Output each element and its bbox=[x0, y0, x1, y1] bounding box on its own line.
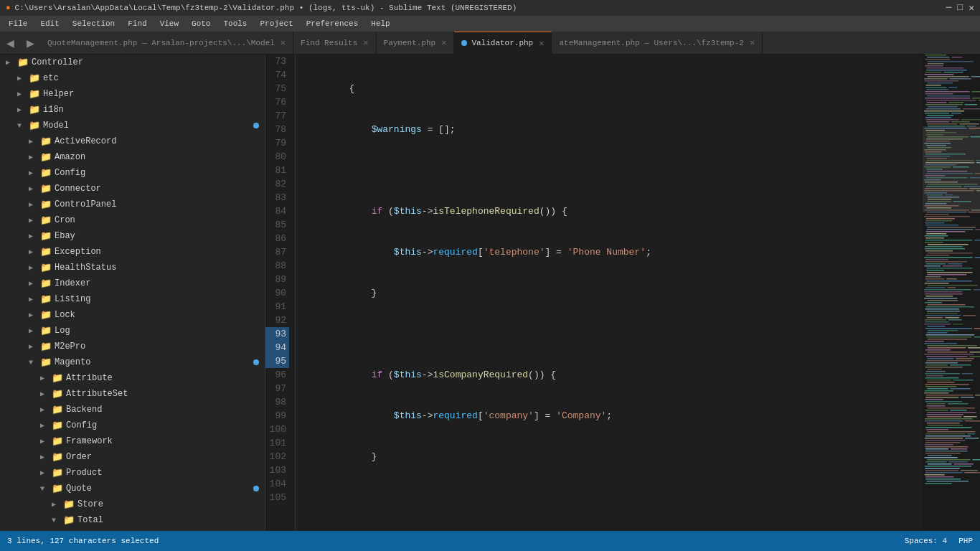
tab-quotemanagement[interactable]: QuoteManagement.php — Arsalan-projects\.… bbox=[40, 32, 293, 54]
minimap[interactable] bbox=[923, 55, 980, 531]
sidebar-item-total[interactable]: ▼ 📁 Total bbox=[0, 512, 265, 528]
line-num: 96 bbox=[265, 368, 289, 382]
folder-icon: 📁 bbox=[40, 357, 52, 368]
folder-icon: 📁 bbox=[29, 120, 40, 131]
menu-edit[interactable]: Edit bbox=[34, 18, 65, 29]
close-button[interactable]: ✕ bbox=[969, 2, 974, 14]
sidebar-item-lock[interactable]: ▶ 📁 Lock bbox=[0, 307, 265, 323]
app-icon: ● bbox=[6, 4, 11, 12]
sidebar-item-framework[interactable]: ▶ 📁 Framework bbox=[0, 433, 265, 449]
sidebar-item-log[interactable]: ▶ 📁 Log bbox=[0, 323, 265, 339]
code-line-80: if ($this->isCompanyRequired()) { bbox=[304, 368, 923, 382]
tab-label: QuoteManagement.php — Arsalan-projects\.… bbox=[47, 39, 275, 47]
folder-icon: 📁 bbox=[40, 309, 52, 321]
folder-icon: 📁 bbox=[40, 278, 52, 289]
line-num: 77 bbox=[265, 109, 289, 123]
menu-file[interactable]: File bbox=[3, 18, 33, 29]
sidebar-item-order[interactable]: ▶ 📁 Order bbox=[0, 449, 265, 465]
folder-icon: 📁 bbox=[29, 104, 40, 116]
tab-close-qm[interactable]: ✕ bbox=[281, 37, 286, 48]
arrow-icon: ▶ bbox=[40, 453, 52, 461]
tab-close-pay[interactable]: ✕ bbox=[441, 37, 446, 48]
sidebar-item-helper[interactable]: ▶ 📁 Helper bbox=[0, 86, 265, 102]
sidebar-item-ebay[interactable]: ▶ 📁 Ebay bbox=[0, 228, 265, 244]
tab-close-fr[interactable]: ✕ bbox=[363, 37, 368, 48]
sidebar-item-model[interactable]: ▼ 📁 Model bbox=[0, 118, 265, 133]
sidebar-item-store[interactable]: ▶ 📁 Store bbox=[0, 496, 265, 512]
window-controls: ─ □ ✕ bbox=[946, 2, 974, 14]
sidebar-item-product[interactable]: ▶ 📁 Product bbox=[0, 465, 265, 481]
sidebar-item-label: Controller bbox=[32, 57, 83, 67]
sidebar-item-healthstatus[interactable]: ▶ 📁 HealthStatus bbox=[0, 260, 265, 276]
sidebar-item-config[interactable]: ▶ 📁 Config bbox=[0, 165, 265, 181]
sidebar-item-label: Config bbox=[66, 420, 97, 430]
line-num: 90 bbox=[265, 286, 289, 300]
tab-findresults[interactable]: Find Results ✕ bbox=[293, 32, 376, 54]
menu-project[interactable]: Project bbox=[254, 18, 298, 29]
folder-icon: 📁 bbox=[52, 467, 63, 479]
menu-tools[interactable]: Tools bbox=[217, 18, 253, 29]
arrow-icon: ▶ bbox=[52, 500, 63, 509]
sidebar-item-etc[interactable]: ▶ 📁 etc bbox=[0, 70, 265, 86]
sidebar-item-cron[interactable]: ▶ 📁 Cron bbox=[0, 212, 265, 228]
window-title: C:\Users\Arsalan\AppData\Local\Temp\fz3t… bbox=[15, 4, 517, 12]
sidebar-item-quote[interactable]: ▼ 📁 Quote bbox=[0, 481, 265, 496]
minimize-button[interactable]: ─ bbox=[946, 2, 952, 14]
sidebar: ▶ 📁 Controller ▶ 📁 etc ▶ 📁 Helper ▶ 📁 i1… bbox=[0, 55, 265, 531]
sidebar-item-controlpanel[interactable]: ▶ 📁 ControlPanel bbox=[0, 197, 265, 212]
line-num: 76 bbox=[265, 95, 289, 109]
sidebar-item-label: Listing bbox=[55, 294, 90, 304]
line-num: 93 bbox=[265, 327, 289, 341]
tab-payment[interactable]: Payment.php ✕ bbox=[377, 32, 455, 54]
tab-close-val[interactable]: ✕ bbox=[539, 38, 544, 49]
tab-atemanagement[interactable]: ateManagement.php — Users\...\fz3temp-2 … bbox=[552, 32, 763, 54]
sidebar-item-controller[interactable]: ▶ 📁 Controller bbox=[0, 55, 265, 70]
status-left: 3 lines, 127 characters selected bbox=[7, 537, 159, 545]
modified-indicator bbox=[253, 486, 259, 491]
line-num: 97 bbox=[265, 382, 289, 395]
line-numbers: 73 74 75 76 77 78 79 80 81 82 83 84 85 8… bbox=[265, 55, 296, 531]
sidebar-item-label: Log bbox=[55, 326, 70, 336]
sidebar-item-listing[interactable]: ▶ 📁 Listing bbox=[0, 291, 265, 307]
arrow-icon: ▶ bbox=[17, 74, 29, 83]
sidebar-item-activerecord[interactable]: ▶ 📁 ActiveRecord bbox=[0, 133, 265, 149]
tab-close-am[interactable]: ✕ bbox=[750, 37, 755, 48]
title-left: ● C:\Users\Arsalan\AppData\Local\Temp\fz… bbox=[6, 4, 517, 12]
menu-view[interactable]: View bbox=[154, 18, 184, 29]
line-num: 84 bbox=[265, 204, 289, 218]
sidebar-item-label: Magento bbox=[55, 357, 90, 367]
sidebar-item-config2[interactable]: ▶ 📁 Config bbox=[0, 418, 265, 433]
folder-icon: 📁 bbox=[52, 483, 63, 494]
folder-icon: 📁 bbox=[52, 372, 63, 384]
sidebar-item-i18n[interactable]: ▶ 📁 i18n bbox=[0, 102, 265, 118]
sidebar-item-attributeset[interactable]: ▶ 📁 AttributeSet bbox=[0, 386, 265, 402]
menu-goto[interactable]: Goto bbox=[186, 18, 216, 29]
tab-label: Payment.php bbox=[384, 39, 436, 47]
sidebar-item-magento[interactable]: ▼ 📁 Magento bbox=[0, 354, 265, 370]
tab-validator[interactable]: Validator.php ✕ bbox=[454, 32, 552, 54]
menu-preferences[interactable]: Preferences bbox=[301, 18, 364, 29]
line-num: 87 bbox=[265, 245, 289, 259]
sidebar-item-label: Amazon bbox=[55, 152, 85, 162]
sidebar-item-attribute[interactable]: ▶ 📁 Attribute bbox=[0, 370, 265, 386]
maximize-button[interactable]: □ bbox=[957, 2, 963, 14]
code-line-82: } bbox=[304, 450, 923, 463]
code-line-79 bbox=[304, 327, 923, 341]
sidebar-item-backend[interactable]: ▶ 📁 Backend bbox=[0, 402, 265, 418]
sidebar-item-exception[interactable]: ▶ 📁 Exception bbox=[0, 244, 265, 260]
menu-help[interactable]: Help bbox=[365, 18, 395, 29]
sidebar-item-connector[interactable]: ▶ 📁 Connector bbox=[0, 181, 265, 197]
tab-nav-left[interactable]: ◀ bbox=[0, 32, 20, 54]
tab-nav-right[interactable]: ▶ bbox=[20, 32, 40, 54]
menu-find[interactable]: Find bbox=[122, 18, 152, 29]
code-editor[interactable]: 73 74 75 76 77 78 79 80 81 82 83 84 85 8… bbox=[265, 55, 923, 531]
menu-selection[interactable]: Selection bbox=[67, 18, 121, 29]
line-num: 92 bbox=[265, 314, 289, 327]
sidebar-item-m2epro[interactable]: ▶ 📁 M2ePro bbox=[0, 339, 265, 354]
sidebar-item-amazon[interactable]: ▶ 📁 Amazon bbox=[0, 149, 265, 165]
arrow-icon: ▼ bbox=[17, 122, 29, 130]
sidebar-item-label: Product bbox=[66, 468, 102, 478]
arrow-icon: ▶ bbox=[29, 263, 40, 272]
arrow-icon: ▶ bbox=[29, 311, 40, 319]
sidebar-item-indexer[interactable]: ▶ 📁 Indexer bbox=[0, 276, 265, 291]
